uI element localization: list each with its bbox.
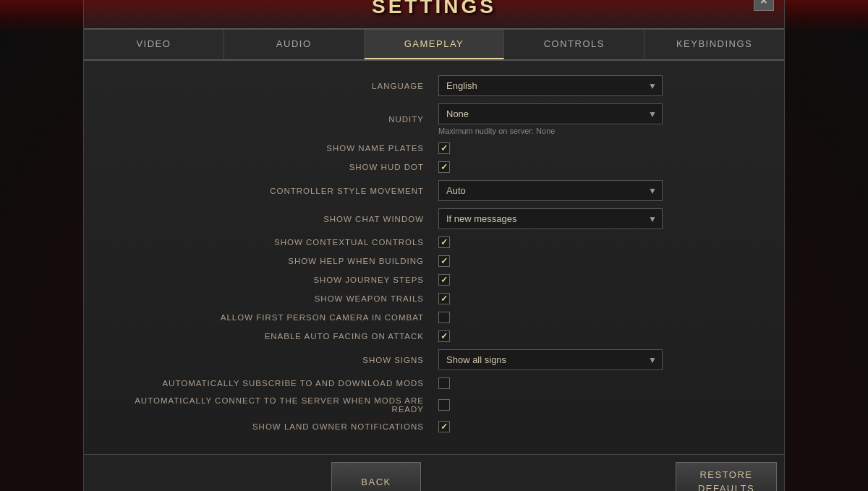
tab-bar: VIDEO AUDIO GAMEPLAY CONTROLS KEYBINDING… (84, 30, 784, 61)
auto-facing-control (438, 330, 762, 342)
auto-subscribe-mods-control (438, 377, 762, 389)
land-owner-label: SHOW LAND OWNER NOTIFICATIONS (106, 422, 438, 431)
show-weapon-trails-label: SHOW WEAPON TRAILS (106, 294, 438, 303)
contextual-controls-checkbox[interactable] (438, 236, 450, 248)
tab-audio[interactable]: AUDIO (224, 30, 365, 59)
auto-subscribe-mods-checkbox[interactable] (438, 377, 450, 389)
show-signs-dropdown-wrap: Show all signs Show nearby signs Hide si… (438, 349, 663, 370)
auto-connect-mods-control (438, 399, 762, 411)
show-chat-control: If new messages Always Never ▼ (438, 208, 762, 229)
show-journey-steps-checkbox[interactable] (438, 274, 450, 286)
auto-connect-mods-label: AUTOMATICALLY CONNECT TO THE SERVER WHEN… (106, 396, 438, 414)
show-hud-dot-row: SHOW HUD DOT (106, 161, 762, 173)
contextual-controls-label: SHOW CONTEXTUAL CONTROLS (106, 238, 438, 247)
nudity-row: NUDITY None Partial Full ▼ Maximum nudit… (106, 103, 762, 135)
show-hud-dot-control (438, 161, 762, 173)
show-name-plates-label: SHOW NAME PLATES (106, 144, 438, 153)
modal-title: SETTINGS (84, 0, 784, 18)
controller-movement-control: Auto Classic Modern ▼ (438, 180, 762, 201)
settings-content: LANGUAGE English French German Spanish ▼ (84, 61, 784, 454)
show-signs-control: Show all signs Show nearby signs Hide si… (438, 349, 762, 370)
land-owner-checkbox[interactable] (438, 421, 450, 432)
contextual-controls-control (438, 236, 762, 248)
footer-left: BACK (84, 455, 668, 491)
show-weapon-trails-row: SHOW WEAPON TRAILS (106, 293, 762, 304)
show-signs-select[interactable]: Show all signs Show nearby signs Hide si… (438, 349, 663, 370)
show-help-building-label: SHOW HELP WHEN BUILDING (106, 257, 438, 265)
nudity-label: NUDITY (106, 115, 438, 124)
show-chat-dropdown-wrap: If new messages Always Never ▼ (438, 208, 663, 229)
modal-header: SETTINGS × (84, 0, 784, 30)
first-person-camera-label: ALLOW FIRST PERSON CAMERA IN COMBAT (106, 313, 438, 322)
nudity-control: None Partial Full ▼ Maximum nudity on se… (438, 103, 762, 135)
auto-connect-mods-row: AUTOMATICALLY CONNECT TO THE SERVER WHEN… (106, 396, 762, 414)
contextual-controls-row: SHOW CONTEXTUAL CONTROLS (106, 236, 762, 248)
auto-connect-mods-checkbox[interactable] (438, 399, 450, 411)
land-owner-row: SHOW LAND OWNER NOTIFICATIONS (106, 421, 762, 432)
controller-movement-dropdown-wrap: Auto Classic Modern ▼ (438, 180, 663, 201)
restore-defaults-button[interactable]: RESTOREDEFAULTS (676, 462, 777, 491)
controller-movement-label: CONTROLLER STYLE MOVEMENT (106, 187, 438, 195)
tab-video[interactable]: VIDEO (84, 30, 224, 59)
language-row: LANGUAGE English French German Spanish ▼ (106, 75, 762, 96)
tab-keybindings[interactable]: KEYBINDINGS (644, 30, 784, 59)
show-signs-label: SHOW SIGNS (106, 356, 438, 364)
auto-facing-row: ENABLE AUTO FACING ON ATTACK (106, 330, 762, 342)
language-label: LANGUAGE (106, 82, 438, 90)
auto-subscribe-mods-label: AUTOMATICALLY SUBSCRIBE TO AND DOWNLOAD … (106, 379, 438, 388)
nudity-select[interactable]: None Partial Full (438, 103, 663, 124)
auto-facing-label: ENABLE AUTO FACING ON ATTACK (106, 332, 438, 341)
land-owner-control (438, 421, 762, 432)
language-control: English French German Spanish ▼ (438, 75, 762, 96)
controller-movement-select[interactable]: Auto Classic Modern (438, 180, 663, 201)
show-name-plates-control (438, 142, 762, 154)
tab-gameplay[interactable]: GAMEPLAY (365, 30, 505, 59)
show-weapon-trails-control (438, 293, 762, 304)
show-hud-dot-label: SHOW HUD DOT (106, 163, 438, 171)
show-chat-label: SHOW CHAT WINDOW (106, 215, 438, 223)
tab-controls[interactable]: CONTROLS (504, 30, 644, 59)
first-person-camera-row: ALLOW FIRST PERSON CAMERA IN COMBAT (106, 312, 762, 323)
controller-movement-row: CONTROLLER STYLE MOVEMENT Auto Classic M… (106, 180, 762, 201)
show-signs-row: SHOW SIGNS Show all signs Show nearby si… (106, 349, 762, 370)
modal-overlay: SETTINGS × VIDEO AUDIO GAMEPLAY CONTROLS… (0, 0, 868, 491)
close-button[interactable]: × (754, 0, 774, 11)
show-hud-dot-checkbox[interactable] (438, 161, 450, 173)
first-person-camera-control (438, 312, 762, 323)
auto-subscribe-mods-row: AUTOMATICALLY SUBSCRIBE TO AND DOWNLOAD … (106, 377, 762, 389)
back-button[interactable]: BACK (331, 462, 420, 491)
auto-facing-checkbox[interactable] (438, 330, 450, 342)
show-help-building-row: SHOW HELP WHEN BUILDING (106, 255, 762, 267)
show-journey-steps-label: SHOW JOURNEY STEPS (106, 276, 438, 284)
settings-modal: SETTINGS × VIDEO AUDIO GAMEPLAY CONTROLS… (83, 0, 785, 491)
nudity-dropdown-wrap: None Partial Full ▼ (438, 103, 663, 124)
show-name-plates-checkbox[interactable] (438, 142, 450, 154)
show-chat-select[interactable]: If new messages Always Never (438, 208, 663, 229)
language-dropdown-wrap: English French German Spanish ▼ (438, 75, 663, 96)
show-help-building-checkbox[interactable] (438, 255, 450, 267)
show-journey-steps-row: SHOW JOURNEY STEPS (106, 274, 762, 286)
show-chat-row: SHOW CHAT WINDOW If new messages Always … (106, 208, 762, 229)
nudity-note: Maximum nudity on server: None (438, 127, 762, 135)
modal-footer: BACK RESTOREDEFAULTS (84, 454, 784, 491)
show-journey-steps-control (438, 274, 762, 286)
show-name-plates-row: SHOW NAME PLATES (106, 142, 762, 154)
footer-right: RESTOREDEFAULTS (668, 455, 784, 491)
language-select[interactable]: English French German Spanish (438, 75, 663, 96)
first-person-camera-checkbox[interactable] (438, 312, 450, 323)
show-help-building-control (438, 255, 762, 267)
show-weapon-trails-checkbox[interactable] (438, 293, 450, 304)
